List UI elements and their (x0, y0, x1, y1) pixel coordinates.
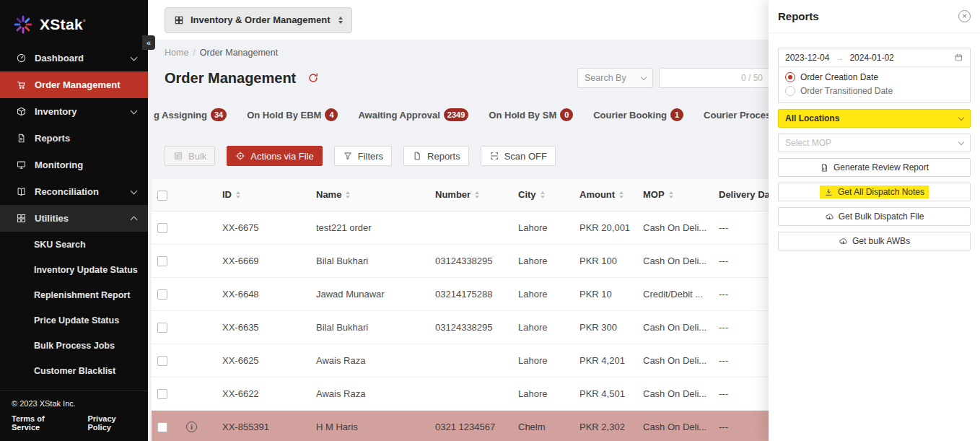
cell-amount: PKR 100 (574, 244, 637, 277)
row-checkbox[interactable] (157, 289, 167, 300)
get-bulk-dispatch-file-button[interactable]: Get Bulk Dispatch File (778, 207, 971, 226)
radio-order-transitioned-date[interactable]: Order Transitioned Date (785, 86, 963, 96)
info-icon[interactable]: i (186, 422, 197, 432)
tab-badge: 34 (211, 108, 227, 121)
reports-button[interactable]: Reports (403, 146, 469, 166)
sidebar-item-utilities[interactable]: Utilities (0, 205, 148, 232)
sidebar-item-label: SKU Search (34, 240, 136, 250)
get-bulk-awbs-button[interactable]: Get bulk AWBs (778, 232, 971, 250)
cell-id: XX-6675 (216, 211, 310, 244)
privacy-link[interactable]: Privacy Policy (87, 414, 136, 432)
sidebar-item-label: Order Management (35, 79, 136, 90)
tab-label: Awaiting Approval (358, 110, 439, 121)
cell-name: Awais Raza (310, 377, 429, 410)
date-end[interactable]: 2024-01-02 (849, 53, 893, 63)
drawer-body: 2023-12-04 → 2024-01-02 Order Creation D… (769, 33, 980, 265)
row-checkbox[interactable] (157, 256, 167, 266)
drawer-header: Reports × (769, 0, 980, 33)
target-icon (235, 151, 245, 161)
cell-amount: PKR 10 (574, 277, 637, 310)
row-select-cell (152, 377, 180, 410)
get-all-dispatch-notes-button[interactable]: Get All Dispatch Notes (778, 183, 971, 201)
sidebar-item-order-management[interactable]: Order Management (0, 71, 148, 98)
column-label: MOP (643, 189, 665, 200)
cell-mop: Cash On Deli... (637, 211, 713, 244)
col-amount[interactable]: Amount (574, 179, 637, 211)
tab-courier-booking[interactable]: Courier Booking1 (593, 108, 683, 131)
select-all-checkbox[interactable] (157, 191, 167, 201)
sort-icon (475, 191, 479, 198)
row-checkbox[interactable] (157, 323, 167, 333)
breadcrumb-current: Order Management (200, 48, 278, 58)
column-label: ID (222, 189, 232, 200)
sidebar-item-dashboard[interactable]: Dashboard (0, 45, 148, 71)
actions-via-file-button[interactable]: Actions via File (227, 146, 322, 166)
sidebar-item-inventory-update-status[interactable]: Inventory Update Status (0, 257, 148, 282)
locations-select[interactable]: All Locations (778, 109, 971, 128)
sidebar-item-reports[interactable]: Reports (0, 125, 148, 152)
tab-on-hold-by-ebm[interactable]: On Hold By EBM4 (247, 108, 338, 131)
sidebar-item-reconciliation[interactable]: Reconciliation (0, 178, 148, 205)
row-checkbox[interactable] (157, 223, 167, 233)
row-expand-cell (180, 344, 216, 377)
row-checkbox[interactable] (157, 389, 167, 399)
sidebar-item-label: Monitoring (35, 160, 136, 170)
date-start[interactable]: 2023-12-04 (785, 53, 829, 63)
col-number[interactable]: Number (429, 179, 512, 211)
cell-name: Bilal Bukhari (310, 244, 429, 277)
col-city[interactable]: City (512, 179, 574, 211)
cell-name: Jawad Munawar (310, 277, 429, 310)
search-by-select[interactable]: Search By (577, 68, 653, 88)
refresh-button[interactable] (307, 72, 319, 84)
app-switcher-button[interactable]: Inventory & Order Management (165, 7, 352, 33)
tab-label: Courier Booking (593, 110, 667, 121)
expand-column-header (180, 179, 216, 211)
radio-order-creation-date[interactable]: Order Creation Date (785, 72, 963, 82)
sidebar-item-price-update-status[interactable]: Price Update Status (0, 307, 148, 333)
col-id[interactable]: ID (216, 179, 310, 211)
row-select-cell (152, 344, 180, 377)
tab-awaiting-approval[interactable]: Awaiting Approval2349 (358, 108, 468, 131)
close-icon[interactable]: × (958, 10, 971, 22)
sidebar-item-inventory[interactable]: Inventory (0, 98, 148, 125)
sidebar-item-monitoring[interactable]: Monitoring (0, 152, 148, 178)
col-mop[interactable]: MOP (637, 179, 713, 211)
sidebar-item-bulk-process-jobs[interactable]: Bulk Process Jobs (0, 333, 148, 358)
order-search-input[interactable]: 0 / 50 (659, 68, 771, 88)
cell-number (429, 344, 512, 377)
sort-icon (541, 191, 545, 198)
tab-assigning[interactable]: g Assigning34 (154, 108, 227, 131)
sidebar-collapse-handle[interactable]: « (142, 35, 155, 50)
generate-review-report-button[interactable]: Generate Review Report (778, 158, 971, 177)
button-label: Filters (358, 151, 383, 162)
header-controls: Search By 0 / 50 (577, 68, 771, 88)
cell-number: 03124338295 (429, 310, 512, 344)
row-checkbox[interactable] (157, 356, 167, 366)
sidebar-item-customer-blacklist[interactable]: Customer Blacklist (0, 358, 148, 383)
mop-select[interactable]: Select MOP (778, 134, 971, 152)
sidebar-item-label: Inventory Update Status (34, 265, 138, 275)
sidebar-item-replenishment-report[interactable]: Replenishment Report (0, 282, 148, 307)
column-label: Name (316, 189, 341, 200)
cell-number: 0321 1234567 (429, 410, 512, 441)
terms-link[interactable]: Terms of Service (12, 414, 69, 432)
box-icon (16, 106, 27, 117)
cell-name: test221 order (310, 211, 429, 244)
row-checkbox[interactable] (157, 422, 167, 432)
scan-icon (489, 151, 499, 161)
sidebar-item-sku-search[interactable]: SKU Search (0, 232, 148, 257)
tab-on-hold-by-sm[interactable]: On Hold By SM0 (489, 108, 573, 131)
row-select-cell (152, 410, 180, 441)
filters-button[interactable]: Filters (334, 146, 392, 166)
char-counter: 0 / 50 (741, 73, 763, 83)
scan-toggle-button[interactable]: Scan OFF (481, 146, 556, 166)
date-range-picker[interactable]: 2023-12-04 → 2024-01-02 (779, 48, 970, 67)
app-switcher-label: Inventory & Order Management (191, 14, 331, 25)
reload-icon (307, 72, 319, 84)
breadcrumb-home[interactable]: Home (165, 48, 188, 58)
tab-badge: 0 (560, 108, 573, 121)
sidebar-item-label: Replenishment Report (34, 290, 136, 300)
sort-icon (346, 191, 350, 198)
col-name[interactable]: Name (310, 179, 429, 211)
bulk-button[interactable]: Bulk (165, 146, 215, 166)
